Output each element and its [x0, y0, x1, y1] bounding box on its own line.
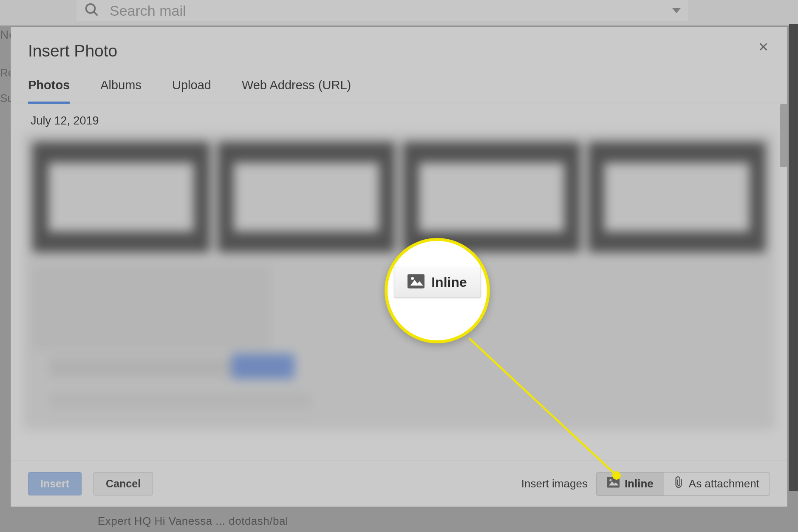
- photo-thumbnail[interactable]: [32, 142, 210, 252]
- insert-images-label: Insert images: [521, 477, 588, 490]
- callout-inline-button-enlarged: Inline: [394, 267, 481, 297]
- tab-photos[interactable]: Photos: [28, 78, 70, 104]
- inline-mode-label: Inline: [625, 477, 654, 490]
- search-icon: [84, 2, 99, 19]
- svg-rect-6: [407, 274, 424, 288]
- insert-button[interactable]: Insert: [28, 472, 82, 495]
- photo-thumbnail[interactable]: [32, 265, 270, 350]
- tab-upload[interactable]: Upload: [172, 78, 211, 104]
- svg-point-0: [86, 4, 95, 13]
- callout-inline-label: Inline: [431, 274, 467, 290]
- bg-dark-panel: [789, 24, 798, 491]
- scrollbar-thumb[interactable]: [780, 104, 787, 167]
- tab-web-address[interactable]: Web Address (URL): [242, 78, 351, 104]
- paperclip-icon: [674, 476, 684, 492]
- callout-magnifier: Inline: [385, 238, 490, 343]
- dialog-tabs: Photos Albums Upload Web Address (URL): [11, 65, 787, 104]
- blurred-content: [48, 392, 312, 409]
- insert-mode-segment: Inline As attachment: [596, 472, 770, 496]
- photo-thumbnail[interactable]: [588, 142, 766, 252]
- photo-group-date: July 12, 2019: [23, 112, 775, 133]
- svg-point-8: [411, 277, 414, 280]
- inline-mode-button[interactable]: Inline: [597, 473, 664, 495]
- close-button[interactable]: ✕: [756, 40, 770, 54]
- attachment-mode-label: As attachment: [689, 477, 759, 490]
- dialog-header: Insert Photo ✕: [11, 27, 787, 65]
- photo-thumbnail[interactable]: [218, 142, 395, 252]
- tab-albums[interactable]: Albums: [100, 78, 141, 104]
- callout-endpoint-dot: [612, 471, 621, 480]
- image-icon: [407, 274, 424, 290]
- svg-line-1: [94, 12, 98, 16]
- attachment-mode-button[interactable]: As attachment: [664, 473, 770, 495]
- dialog-title: Insert Photo: [28, 42, 117, 60]
- search-bar-strip: Search mail: [0, 0, 798, 25]
- close-icon: ✕: [758, 40, 769, 54]
- cancel-button[interactable]: Cancel: [93, 472, 153, 495]
- svg-point-4: [609, 479, 611, 481]
- search-options-caret-icon[interactable]: [672, 8, 681, 13]
- blurred-content: [231, 354, 295, 379]
- bg-mail-snippet: Expert HQ Hi Vanessa ... dotdash/bal: [98, 515, 288, 528]
- dialog-footer: Insert Cancel Insert images Inline As at…: [11, 461, 787, 507]
- search-mail-field[interactable]: Search mail: [76, 0, 688, 21]
- photo-thumbnail[interactable]: [403, 142, 580, 252]
- search-placeholder: Search mail: [110, 3, 186, 19]
